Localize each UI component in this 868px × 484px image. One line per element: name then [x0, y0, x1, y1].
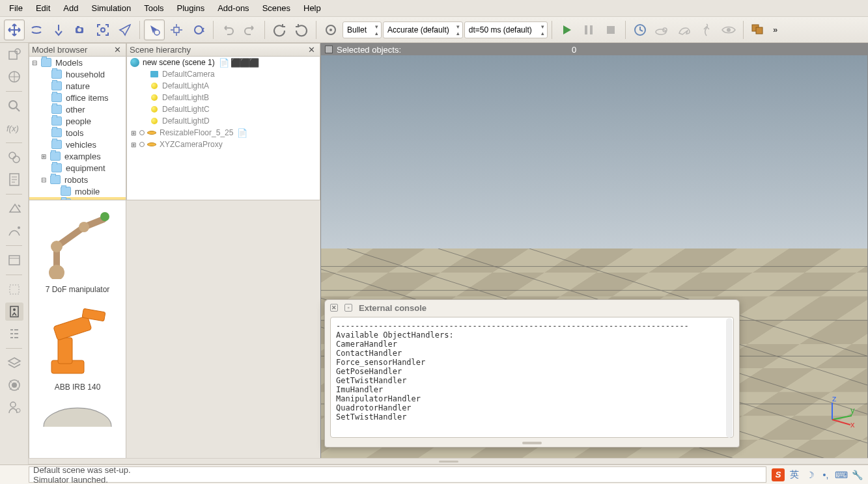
- user-settings-button[interactable]: [5, 398, 23, 416]
- tray-punct-icon[interactable]: •,: [820, 469, 832, 481]
- page-select-button[interactable]: [748, 20, 768, 40]
- physics-engine-select[interactable]: Bullet: [343, 21, 382, 38]
- ime-lang-button[interactable]: 英: [789, 469, 800, 481]
- undo-button[interactable]: [217, 20, 238, 40]
- stop-button[interactable]: [600, 20, 621, 40]
- realtime-button[interactable]: [630, 20, 651, 40]
- redo-button[interactable]: [240, 20, 260, 40]
- tree-item-robots[interactable]: robots: [63, 175, 88, 185]
- menu-scenes[interactable]: Scenes: [256, 1, 297, 16]
- console-close-button[interactable]: ✕: [330, 304, 338, 312]
- menu-addons[interactable]: Add-ons: [211, 1, 255, 16]
- sh-camera[interactable]: DefaultCamera: [162, 70, 215, 79]
- dynamics-button[interactable]: [320, 20, 341, 40]
- menu-edit[interactable]: Edit: [29, 1, 57, 16]
- environment-button[interactable]: [5, 68, 23, 86]
- external-console-window[interactable]: ✕ ▫ External console -------------------…: [324, 299, 740, 448]
- menu-help[interactable]: Help: [297, 1, 328, 16]
- menu-simulation[interactable]: Simulation: [85, 1, 138, 16]
- menu-file[interactable]: File: [3, 1, 29, 16]
- tray-keyboard-icon[interactable]: ⌨: [835, 469, 847, 481]
- console-output[interactable]: ----------------------------------------…: [330, 317, 734, 438]
- console-min-button[interactable]: ▫: [344, 304, 352, 312]
- ui-edit-button[interactable]: [5, 251, 23, 269]
- tree-item-nature[interactable]: nature: [64, 81, 90, 91]
- select-button[interactable]: [144, 20, 165, 40]
- fit-to-view-button[interactable]: [92, 20, 113, 40]
- rotate-camera-button[interactable]: [26, 20, 47, 40]
- toolbar-overflow[interactable]: »: [770, 25, 781, 34]
- undo-sim-button[interactable]: [269, 20, 290, 40]
- thumb-partial[interactable]: [29, 396, 126, 429]
- sogou-ime-icon[interactable]: S: [772, 468, 785, 481]
- path-edit-button[interactable]: [5, 222, 23, 240]
- sh-xyz-proxy[interactable]: XYZCameraProxy: [160, 140, 223, 149]
- close-icon[interactable]: ✕: [112, 45, 123, 55]
- scene-hierarchy-tree[interactable]: new scene (scene 1) 📄⬛⬛⬛ DefaultCamera D…: [127, 57, 320, 200]
- sh-floor[interactable]: ResizableFloor_5_25: [160, 128, 233, 137]
- sh-light-b[interactable]: DefaultLightB: [162, 93, 209, 102]
- scripts-button[interactable]: [5, 170, 23, 189]
- close-icon[interactable]: ✕: [306, 45, 317, 55]
- hierarchy-toggle[interactable]: [5, 325, 23, 343]
- slow-button[interactable]: [652, 20, 673, 40]
- threaded-button[interactable]: [696, 20, 717, 40]
- fast-button[interactable]: [674, 20, 695, 40]
- tree-item-examples[interactable]: examples: [63, 152, 101, 161]
- pause-button[interactable]: [578, 20, 599, 40]
- tree-item-nonmobile[interactable]: non mobi: [74, 198, 109, 200]
- tree-item-vehicles[interactable]: vehicles: [64, 140, 96, 150]
- tree-item-tools[interactable]: tools: [64, 128, 83, 138]
- tree-root[interactable]: Models: [54, 58, 83, 68]
- pan-camera-button[interactable]: [4, 20, 25, 40]
- tree-item-office[interactable]: office items: [64, 93, 109, 103]
- collections-button[interactable]: [5, 148, 23, 167]
- tree-item-mobile[interactable]: mobile: [74, 187, 100, 196]
- scene-label[interactable]: new scene (scene 1): [143, 58, 215, 67]
- tree-item-people[interactable]: people: [64, 116, 91, 126]
- sh-light-a[interactable]: DefaultLightA: [162, 81, 209, 90]
- svg-point-34: [16, 409, 20, 412]
- tree-item-household[interactable]: household: [64, 70, 105, 79]
- avi-record-button[interactable]: [5, 376, 23, 394]
- zoom-button[interactable]: [5, 97, 23, 115]
- rotate-object-button[interactable]: [188, 20, 209, 40]
- scene-hierarchy-title: Scene hierarchy: [130, 45, 191, 55]
- svg-point-6: [195, 26, 203, 34]
- console-scrollbar[interactable]: [726, 318, 733, 438]
- tree-item-equipment[interactable]: equipment: [64, 163, 105, 173]
- status-resize-handle[interactable]: [29, 458, 868, 464]
- model-browser-tree[interactable]: ⊟Models household nature office items ot…: [29, 57, 126, 200]
- shape-edit-button[interactable]: [5, 200, 23, 218]
- thumb-abb140[interactable]: ABB IRB 140: [29, 298, 126, 396]
- svg-rect-17: [756, 27, 763, 34]
- selection-button[interactable]: [5, 280, 23, 299]
- accuracy-select[interactable]: Accurate (default): [383, 21, 463, 38]
- tray-moon-icon[interactable]: ☽: [804, 469, 816, 481]
- tree-item-other[interactable]: other: [64, 105, 85, 114]
- menu-tools[interactable]: Tools: [137, 1, 170, 16]
- sh-light-d[interactable]: DefaultLightD: [162, 116, 210, 126]
- redo-sim-button[interactable]: [291, 20, 312, 40]
- calc-button[interactable]: f(x): [5, 119, 23, 137]
- visualize-button[interactable]: [718, 20, 739, 40]
- svg-point-35: [49, 265, 64, 279]
- model-thumbnails[interactable]: 7 DoF manipulator ABB IRB 140: [29, 200, 126, 464]
- svg-line-53: [832, 420, 850, 425]
- menu-add[interactable]: Add: [57, 1, 85, 16]
- console-resize-handle[interactable]: [325, 439, 739, 447]
- layers-button[interactable]: [5, 354, 23, 372]
- model-browser-toggle[interactable]: [5, 302, 23, 321]
- camera-angle-button[interactable]: [70, 20, 91, 40]
- scene-properties-button[interactable]: [5, 46, 23, 64]
- shift-camera-button[interactable]: [48, 20, 69, 40]
- main-toolbar: Bullet Accurate (default) dt=50 ms (defa…: [0, 17, 868, 43]
- fly-mode-button[interactable]: [115, 20, 135, 40]
- move-object-button[interactable]: [166, 20, 187, 40]
- timestep-select[interactable]: dt=50 ms (default): [464, 21, 548, 38]
- menu-plugins[interactable]: Plugins: [171, 1, 212, 16]
- thumb-7dof[interactable]: 7 DoF manipulator: [29, 200, 126, 298]
- sh-light-c[interactable]: DefaultLightC: [162, 105, 210, 114]
- play-button[interactable]: [556, 20, 577, 40]
- tray-settings-icon[interactable]: 🔧: [851, 469, 863, 481]
